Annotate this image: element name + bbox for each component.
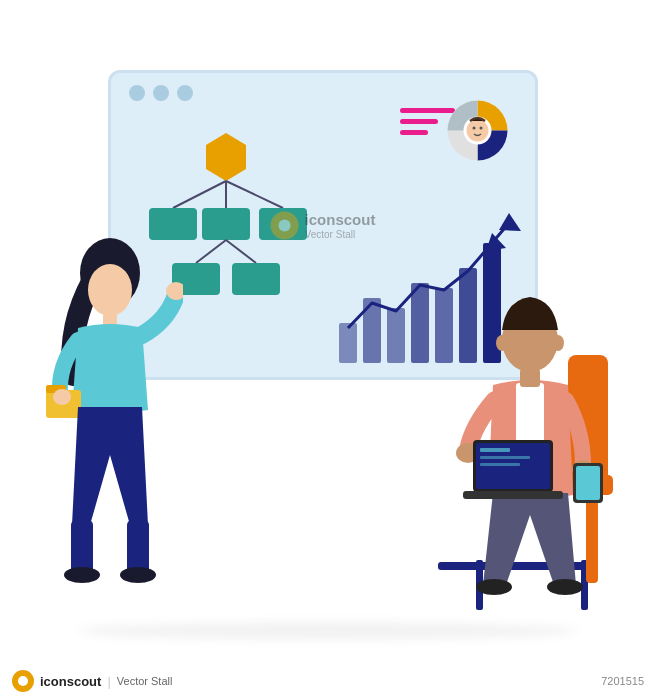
svg-rect-55	[480, 463, 520, 466]
svg-line-12	[196, 240, 226, 263]
watermark-text-group: iconscout Vector Stall	[305, 211, 376, 240]
svg-rect-15	[232, 263, 280, 295]
svg-rect-53	[480, 448, 510, 452]
browser-dots	[129, 85, 193, 101]
svg-point-34	[64, 567, 100, 583]
svg-rect-40	[516, 383, 544, 443]
browser-dot-2	[153, 85, 169, 101]
footer-id: 7201515	[601, 675, 644, 687]
svg-marker-5	[206, 133, 246, 181]
footer-brand: iconscout	[40, 674, 101, 689]
svg-rect-10	[202, 208, 250, 240]
svg-rect-32	[71, 520, 93, 575]
watermark-logo	[271, 211, 299, 239]
svg-point-49	[476, 579, 512, 595]
svg-point-36	[53, 389, 71, 405]
pink-line-2	[400, 119, 438, 124]
browser-dot-1	[129, 85, 145, 101]
svg-point-42	[496, 335, 508, 351]
svg-rect-39	[586, 493, 598, 583]
svg-point-50	[547, 579, 583, 595]
svg-point-4	[480, 127, 483, 130]
svg-rect-33	[127, 520, 149, 575]
svg-point-35	[120, 567, 156, 583]
svg-rect-18	[387, 308, 405, 363]
svg-line-13	[226, 240, 256, 263]
svg-point-43	[552, 335, 564, 351]
footer-logo-icon	[12, 670, 34, 692]
footer-separator: |	[107, 674, 110, 689]
illustration: iconscout Vector Stall	[28, 40, 628, 660]
svg-point-27	[88, 264, 132, 316]
svg-marker-25	[499, 213, 521, 231]
svg-rect-44	[520, 369, 540, 387]
svg-rect-48	[576, 466, 600, 500]
footer-attribution: Vector Stall	[117, 675, 173, 687]
svg-rect-56	[463, 491, 563, 499]
female-figure	[38, 235, 183, 605]
svg-rect-16	[339, 323, 357, 363]
browser-dot-3	[177, 85, 193, 101]
footer-left: iconscout | Vector Stall	[12, 670, 172, 692]
svg-marker-23	[486, 233, 506, 251]
svg-rect-19	[411, 283, 429, 363]
footer: iconscout | Vector Stall 7201515	[0, 670, 656, 692]
watermark-brand: iconscout	[305, 211, 376, 228]
shadow-ellipse	[78, 622, 578, 640]
male-figure	[438, 255, 623, 615]
svg-line-6	[173, 181, 226, 208]
svg-line-8	[226, 181, 283, 208]
svg-point-3	[473, 127, 476, 130]
main-container: iconscout Vector Stall	[0, 0, 656, 700]
watermark: iconscout Vector Stall	[271, 211, 376, 240]
svg-rect-54	[480, 456, 530, 459]
watermark-sub: Vector Stall	[305, 229, 376, 240]
